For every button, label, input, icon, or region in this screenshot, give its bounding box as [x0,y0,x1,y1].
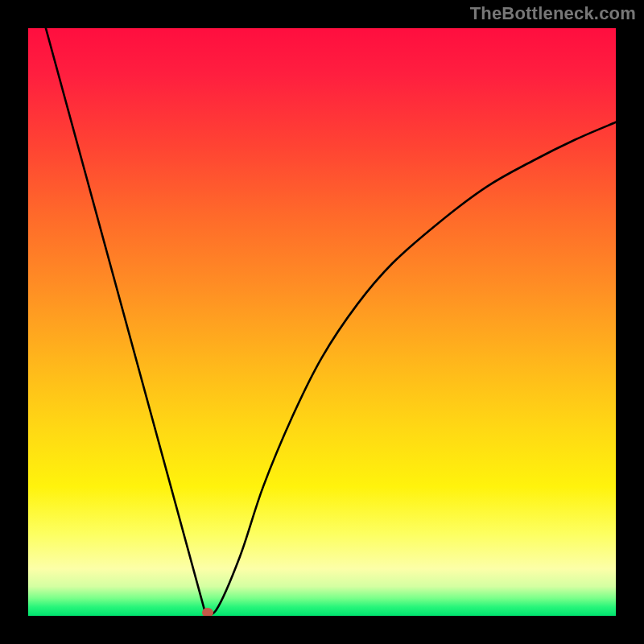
watermark-text: TheBottleneck.com [470,3,636,24]
plot-area [28,28,616,616]
bottleneck-curve [28,28,616,616]
chart-frame: TheBottleneck.com [0,0,644,644]
minimum-marker [202,608,213,616]
